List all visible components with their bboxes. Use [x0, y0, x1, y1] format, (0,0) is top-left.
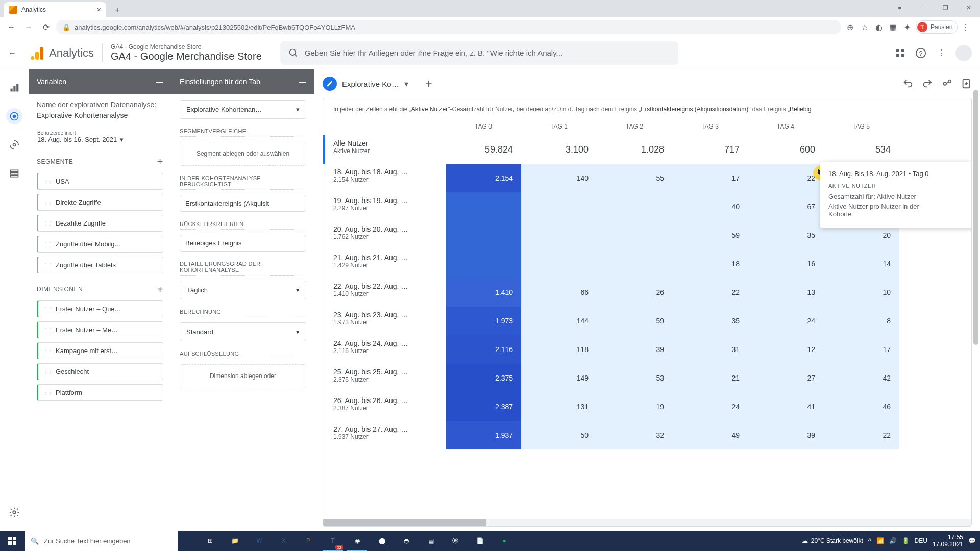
breakdown-drop-zone[interactable]: Dimension ablegen oder	[180, 364, 306, 388]
table-cell[interactable]: 600	[748, 135, 823, 164]
teams-icon[interactable]: T22	[321, 531, 345, 551]
table-cell[interactable]: 27	[748, 364, 823, 392]
segment-drop-zone[interactable]: Segment ablegen oder auswählen	[180, 142, 306, 166]
weather-widget[interactable]: ☁ 20°C Stark bewölkt	[802, 537, 863, 544]
app-icon[interactable]: ▤	[419, 531, 443, 551]
table-cell[interactable]: 24	[748, 307, 823, 335]
tray-battery-icon[interactable]: 🔋	[902, 537, 910, 544]
kebab-menu-icon[interactable]: ⋮	[935, 47, 947, 59]
table-cell[interactable]: 13	[748, 278, 823, 307]
address-bar[interactable]: 🔒 analytics.google.com/analytics/web/#/a…	[56, 20, 841, 34]
table-cell[interactable]: 46	[823, 392, 899, 421]
collapse-icon[interactable]: —	[299, 78, 306, 86]
table-cell[interactable]	[521, 221, 597, 249]
table-cell[interactable]: 17	[672, 164, 748, 192]
table-cell[interactable]: 41	[748, 392, 823, 421]
segment-chip[interactable]: ⋮⋮Bezahlte Zugriffe	[37, 215, 163, 232]
maximize-button[interactable]: ❐	[934, 0, 957, 15]
table-cell[interactable]: 22	[748, 164, 823, 192]
table-cell[interactable]: 53	[597, 364, 672, 392]
extension-icon[interactable]: ▦	[887, 21, 899, 33]
table-cell[interactable]: 22	[823, 421, 899, 449]
task-view-icon[interactable]: ⊞	[198, 531, 223, 551]
zoom-icon[interactable]: ⊕	[844, 21, 856, 33]
help-icon[interactable]: ?	[915, 47, 927, 59]
dimension-chip[interactable]: ⋮⋮Kampagne mit erst…	[37, 342, 163, 359]
table-cell[interactable]	[446, 192, 521, 221]
table-cell[interactable]: 2.154	[446, 164, 521, 192]
table-cell[interactable]: 22	[672, 278, 748, 307]
profile-button[interactable]: T Pausiert	[916, 20, 958, 34]
table-cell[interactable]: 59.824	[446, 135, 521, 164]
rail-admin-icon[interactable]	[6, 504, 22, 520]
segment-chip[interactable]: ⋮⋮Zugriffe über Mobilg…	[37, 236, 163, 253]
horizontal-scrollbar[interactable]	[323, 519, 971, 526]
notifications-icon[interactable]: 💬	[968, 537, 976, 544]
tray-language[interactable]: DEU	[915, 537, 927, 544]
table-cell[interactable]: 131	[521, 392, 597, 421]
collapse-icon[interactable]: —	[156, 78, 163, 86]
chrome-icon[interactable]: ◉	[345, 531, 370, 551]
table-cell[interactable]: 144	[521, 307, 597, 335]
rail-explore-icon[interactable]	[6, 108, 22, 124]
dimension-chip[interactable]: ⋮⋮Erster Nutzer – Me…	[37, 321, 163, 338]
table-cell[interactable]: 35	[748, 221, 823, 249]
table-cell[interactable]	[597, 192, 672, 221]
analytics-logo[interactable]: Analytics	[29, 45, 94, 61]
table-cell[interactable]: 39	[597, 335, 672, 364]
table-cell[interactable]	[446, 221, 521, 249]
table-cell[interactable]	[521, 249, 597, 278]
close-tab-icon[interactable]: ×	[97, 6, 101, 14]
edge-icon[interactable]: ⓔ	[443, 531, 468, 551]
table-cell[interactable]: 1.028	[597, 135, 672, 164]
table-cell[interactable]: 31	[672, 335, 748, 364]
table-cell[interactable]: 66	[521, 278, 597, 307]
calculation-dropdown[interactable]: Standard ▾	[180, 322, 306, 341]
notepad-icon[interactable]: 📄	[468, 531, 492, 551]
dimension-chip[interactable]: ⋮⋮Plattform	[37, 384, 163, 401]
table-cell[interactable]: 534	[823, 135, 899, 164]
table-cell[interactable]	[597, 249, 672, 278]
table-cell[interactable]: 24	[672, 392, 748, 421]
table-cell[interactable]: 149	[521, 364, 597, 392]
rail-home-icon[interactable]	[6, 80, 22, 96]
add-segment-button[interactable]: +	[157, 156, 163, 168]
browser-tab[interactable]: Analytics ×	[4, 2, 106, 17]
add-tab-button[interactable]: +	[419, 73, 439, 94]
file-explorer-icon[interactable]: 📁	[223, 531, 247, 551]
scroll-thumb[interactable]	[973, 90, 978, 345]
table-cell[interactable]: 3.100	[521, 135, 597, 164]
table-cell[interactable]: 1.937	[446, 421, 521, 449]
table-cell[interactable]: 118	[521, 335, 597, 364]
table-cell[interactable]: 21	[672, 364, 748, 392]
table-cell[interactable]: 59	[597, 307, 672, 335]
table-cell[interactable]: 59	[672, 221, 748, 249]
table-cell[interactable]: 26	[597, 278, 672, 307]
table-cell[interactable]: 2.375	[446, 364, 521, 392]
powerpoint-icon[interactable]: P	[296, 531, 321, 551]
return-criteria-chip[interactable]: Beliebiges Ereignis	[180, 235, 306, 252]
extension-icon[interactable]: ◐	[873, 21, 885, 33]
excel-icon[interactable]: X	[272, 531, 296, 551]
segment-chip[interactable]: ⋮⋮Zugriffe über Tablets	[37, 257, 163, 273]
obs-icon[interactable]: ⬤	[370, 531, 394, 551]
technique-dropdown[interactable]: Explorative Kohortenan… ▾	[180, 100, 306, 119]
rail-advertising-icon[interactable]	[6, 137, 22, 153]
forward-button[interactable]: →	[21, 20, 36, 34]
table-cell[interactable]: 17	[823, 335, 899, 364]
table-cell[interactable]	[597, 221, 672, 249]
table-cell[interactable]: 50	[521, 421, 597, 449]
add-dimension-button[interactable]: +	[157, 284, 163, 295]
table-cell[interactable]: 2.116	[446, 335, 521, 364]
table-cell[interactable]: 1.973	[446, 307, 521, 335]
start-button[interactable]	[0, 537, 24, 545]
close-window-button[interactable]: ✕	[957, 0, 980, 15]
table-cell[interactable]: 49	[672, 421, 748, 449]
bookmark-star-icon[interactable]: ☆	[859, 21, 871, 33]
export-icon[interactable]	[961, 78, 972, 89]
rail-configure-icon[interactable]	[6, 165, 22, 182]
exploration-tab[interactable]: Explorative Ko… ▾	[323, 77, 408, 91]
minimize-button[interactable]: —	[911, 0, 934, 15]
chrome-menu-icon[interactable]: ⋮	[960, 21, 972, 33]
taskbar-search[interactable]: 🔍 Zur Suche Text hier eingeben	[24, 531, 178, 551]
